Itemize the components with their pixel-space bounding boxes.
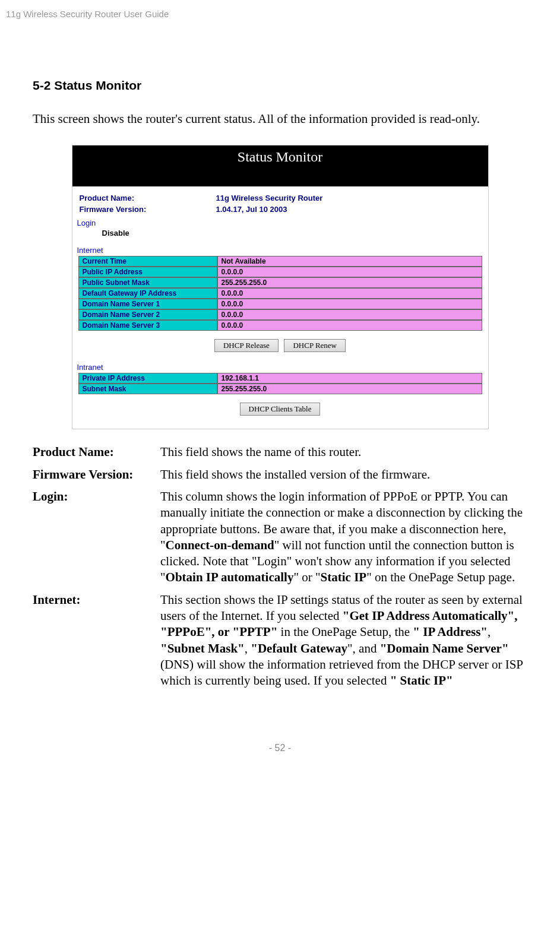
page-header: 11g Wireless Security Router User Guide <box>0 0 560 19</box>
table-label: Public Subnet Mask <box>78 277 217 288</box>
table-label: Current Time <box>78 256 217 267</box>
login-value: Disable <box>72 227 488 242</box>
intranet-table: Private IP Address192.168.1.1 Subnet Mas… <box>78 373 482 394</box>
table-label: Default Gateway IP Address <box>78 288 217 299</box>
bold-span: " Static IP" <box>390 673 453 688</box>
firmware-label: Firmware Version: <box>80 205 216 214</box>
table-value: 255.255.255.0 <box>217 277 482 288</box>
text-span: ", and <box>347 641 380 656</box>
desc-term-internet: Internet: <box>33 592 160 689</box>
table-value: 0.0.0.0 <box>217 299 482 309</box>
table-label: Private IP Address <box>78 373 217 384</box>
table-label: Domain Name Server 3 <box>78 320 217 331</box>
product-name-label: Product Name: <box>80 194 216 202</box>
bold-span: Connect-on-demand <box>166 538 274 552</box>
table-value: 0.0.0.0 <box>217 320 482 331</box>
product-name-value: 11g Wireless Security Router <box>216 194 323 202</box>
internet-section-header: Internet <box>72 242 488 255</box>
desc-def-product-name: This field shows the name of this router… <box>160 444 527 460</box>
bold-span: "Subnet Mask" <box>160 641 245 656</box>
desc-def-internet: This section shows the IP settings statu… <box>160 592 527 689</box>
firmware-value: 1.04.17, Jul 10 2003 <box>216 205 287 214</box>
table-value: 192.168.1.1 <box>217 373 482 384</box>
intro-paragraph: This screen shows the router's current s… <box>33 110 527 127</box>
table-value: Not Available <box>217 256 482 267</box>
page-footer: - 52 - <box>0 695 560 765</box>
table-label: Subnet Mask <box>78 384 217 394</box>
desc-def-login: This column shows the login information … <box>160 489 527 586</box>
bold-span: "Default Gateway <box>251 641 347 656</box>
desc-term-firmware: Firmware Version: <box>33 467 160 483</box>
bold-span: Static IP <box>321 570 367 584</box>
dhcp-clients-table-button[interactable]: DHCP Clients Table <box>240 403 321 416</box>
text-span: (DNS) will show the information retrieve… <box>160 657 523 688</box>
table-value: 0.0.0.0 <box>217 288 482 299</box>
description-list: Product Name: This field shows the name … <box>33 444 527 689</box>
bold-span: Obtain IP automatically <box>166 570 294 584</box>
internet-table: Current TimeNot Available Public IP Addr… <box>78 256 482 331</box>
table-label: Public IP Address <box>78 267 217 277</box>
text-span: " on the OnePage Setup page. <box>366 570 515 584</box>
dhcp-release-button[interactable]: DHCP Release <box>214 339 279 352</box>
table-value: 255.255.255.0 <box>217 384 482 394</box>
screenshot-title: Status Monitor <box>72 145 488 176</box>
bold-span: "Domain Name Server" <box>380 641 509 656</box>
desc-def-firmware: This field shows the installed version o… <box>160 467 527 483</box>
text-span: " or " <box>293 570 320 584</box>
section-title: 5-2 Status Monitor <box>33 78 527 93</box>
text-span: in the OnePage Setup, the <box>277 625 413 639</box>
text-span: , <box>245 641 251 656</box>
bold-span: " IP Address" <box>413 625 488 639</box>
login-section-header: Login <box>72 215 488 227</box>
dhcp-renew-button[interactable]: DHCP Renew <box>284 339 346 352</box>
status-monitor-screenshot: Status Monitor Product Name: 11g Wireles… <box>72 145 489 429</box>
desc-term-login: Login: <box>33 489 160 586</box>
table-value: 0.0.0.0 <box>217 267 482 277</box>
table-label: Domain Name Server 2 <box>78 309 217 320</box>
intranet-section-header: Intranet <box>72 359 488 372</box>
content-area: 5-2 Status Monitor This screen shows the… <box>0 19 560 689</box>
text-span: , <box>488 625 491 639</box>
table-label: Domain Name Server 1 <box>78 299 217 309</box>
table-value: 0.0.0.0 <box>217 309 482 320</box>
desc-term-product-name: Product Name: <box>33 444 160 460</box>
